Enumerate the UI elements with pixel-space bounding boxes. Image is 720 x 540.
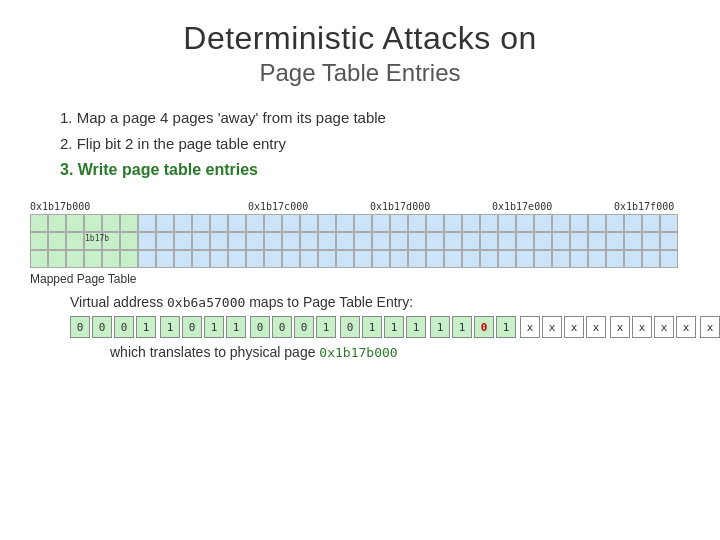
grid-cell	[300, 214, 318, 232]
grid-cell	[444, 250, 462, 268]
grid-cell	[138, 232, 156, 250]
grid-cell	[426, 232, 444, 250]
grid-cell	[624, 214, 642, 232]
translates-address: 0x1b17b000	[319, 345, 397, 360]
pte-cell: x	[520, 316, 540, 338]
grid-cell	[210, 250, 228, 268]
virtual-title: Virtual address 0xb6a57000 maps to Page …	[70, 294, 690, 310]
grid-cell	[480, 232, 498, 250]
addr-label-2: 0x1b17c000	[248, 201, 358, 212]
grid-cell	[156, 250, 174, 268]
grid-cell	[516, 214, 534, 232]
pte-cell: x	[586, 316, 606, 338]
grid-cell	[372, 232, 390, 250]
pte-cell: 1	[496, 316, 516, 338]
pte-cell: 0	[114, 316, 134, 338]
grid-cell	[606, 250, 624, 268]
grid-cell	[660, 250, 678, 268]
grid-cell	[192, 232, 210, 250]
grid-cell	[192, 250, 210, 268]
title-main: Deterministic Attacks on	[30, 20, 690, 57]
grid-cell	[462, 214, 480, 232]
pte-cell: x	[542, 316, 562, 338]
grid-cell	[570, 214, 588, 232]
grid-cell	[660, 232, 678, 250]
pte-cell: 1	[204, 316, 224, 338]
grid-cell	[30, 250, 48, 268]
pte-cell: 1	[384, 316, 404, 338]
title-sub: Page Table Entries	[30, 59, 690, 87]
grid-cell	[462, 250, 480, 268]
list-number-2: 2.	[60, 135, 73, 152]
grid-cell	[336, 250, 354, 268]
grid-cell	[588, 232, 606, 250]
grid-cell	[498, 214, 516, 232]
grid-cell	[390, 214, 408, 232]
grid-cell	[102, 214, 120, 232]
list-item-2: 2. Flip bit 2 in the page table entry	[60, 131, 690, 157]
grid-cell	[300, 250, 318, 268]
translates-line: which translates to physical page 0x1b17…	[110, 344, 690, 360]
grid-cell	[408, 250, 426, 268]
grid-cell	[48, 250, 66, 268]
pte-cell: 1	[452, 316, 472, 338]
pte-red-bit: 0	[481, 321, 488, 334]
grid-cell	[552, 250, 570, 268]
addr-label-4: 0x1b17e000	[492, 201, 602, 212]
pte-cell: 0	[474, 316, 494, 338]
grid-row: 1b17b	[30, 232, 690, 250]
pte-cell: 1	[430, 316, 450, 338]
grid-cell	[498, 232, 516, 250]
grid-cell	[354, 250, 372, 268]
grid-cell	[156, 232, 174, 250]
pte-cell: x	[676, 316, 696, 338]
pte-cell: 1	[136, 316, 156, 338]
grid-cell	[372, 214, 390, 232]
grid-cell	[246, 250, 264, 268]
grid-cell	[408, 214, 426, 232]
virtual-address: 0xb6a57000	[167, 295, 245, 310]
grid-cell	[228, 250, 246, 268]
list-text-3: Write page table entries	[78, 161, 258, 178]
grid-cell	[534, 232, 552, 250]
grid-cell	[642, 250, 660, 268]
grid-cell	[318, 214, 336, 232]
list-text-2: Flip bit 2 in the page table entry	[77, 135, 286, 152]
grid-cell	[318, 250, 336, 268]
grid-cell	[174, 232, 192, 250]
grid-cell	[66, 214, 84, 232]
list-number-1: 1.	[60, 109, 73, 126]
grid-cell	[120, 232, 138, 250]
list-text-1: Map a page 4 pages 'away' from its page …	[77, 109, 386, 126]
grid-cell	[300, 232, 318, 250]
grid-cell	[264, 232, 282, 250]
grid-cell	[588, 250, 606, 268]
grid-cell	[66, 250, 84, 268]
grid-cell	[174, 214, 192, 232]
grid-cell	[390, 232, 408, 250]
grid-cell	[480, 214, 498, 232]
pte-cell: 0	[340, 316, 360, 338]
grid-cell	[48, 232, 66, 250]
pte-cell: 1	[362, 316, 382, 338]
grid-cell	[408, 232, 426, 250]
pte-cell: 0	[294, 316, 314, 338]
grid-cell	[354, 232, 372, 250]
pte-cell: 0	[70, 316, 90, 338]
pte-cell: x	[564, 316, 584, 338]
pte-cell: x	[610, 316, 630, 338]
grid-cell	[570, 250, 588, 268]
list-number-3: 3.	[60, 161, 73, 178]
grid-cell	[210, 214, 228, 232]
grid-cell	[156, 214, 174, 232]
pte-cell: 1	[226, 316, 246, 338]
page-table-area: 0x1b17b000 0x1b17c000 0x1b17d000 0x1b17e…	[30, 201, 690, 286]
grid-cell	[498, 250, 516, 268]
grid-cell	[66, 232, 84, 250]
translates-prefix: which translates to physical page	[110, 344, 315, 360]
grid-cell	[390, 250, 408, 268]
grid-cell	[174, 250, 192, 268]
grid-cell	[282, 232, 300, 250]
pte-cell: 0	[182, 316, 202, 338]
grid-cell	[588, 214, 606, 232]
